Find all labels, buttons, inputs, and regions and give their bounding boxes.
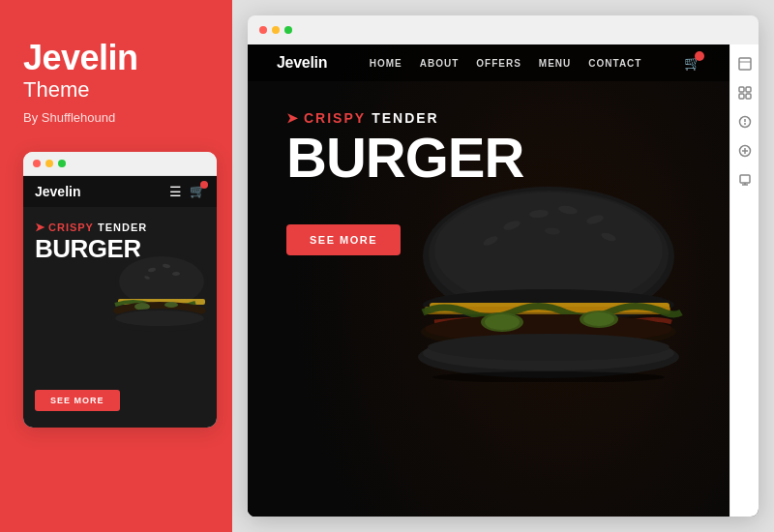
svg-rect-38 <box>746 87 751 92</box>
toolbar-icon-4[interactable] <box>737 143 753 159</box>
hero-arrow-icon: ➤ <box>286 110 298 126</box>
mobile-hero: ➤ CRISPY TENDER BURGER <box>23 207 217 421</box>
svg-point-33 <box>428 334 670 361</box>
nav-link-about[interactable]: ABOUT <box>420 58 460 69</box>
mobile-hero-tag: ➤ CRISPY TENDER <box>35 221 205 234</box>
desktop-content: Jevelin HOME ABOUT OFFERS MENU CONTACT 🛒 <box>248 44 759 517</box>
mobile-content: Jevelin ☰ 🛒 ➤ CRISPY TENDER BURGER <box>23 176 217 428</box>
mobile-top-bar: Jevelin ☰ 🛒 <box>23 176 217 207</box>
window-dot-red <box>33 160 41 167</box>
svg-rect-40 <box>746 94 751 99</box>
nav-link-contact[interactable]: CONTACT <box>588 58 641 69</box>
see-more-button[interactable]: SEE MORE <box>286 224 401 255</box>
mobile-browser-bar <box>23 152 217 176</box>
mobile-nav-icons: ☰ 🛒 <box>169 184 205 199</box>
mobile-preview-card: Jevelin ☰ 🛒 ➤ CRISPY TENDER BURGER <box>23 152 217 428</box>
desktop-cart-badge <box>695 51 704 61</box>
right-panel: Jevelin HOME ABOUT OFFERS MENU CONTACT 🛒 <box>232 0 774 532</box>
toolbar-icon-3[interactable] <box>737 114 753 130</box>
hamburger-icon[interactable]: ☰ <box>169 184 182 199</box>
desktop-nav-logo: Jevelin <box>277 54 327 72</box>
mobile-cart-icon[interactable]: 🛒 <box>190 184 205 198</box>
hero-burger-heading: BURGER <box>286 130 691 186</box>
mobile-crispy-text: CRISPY <box>48 222 94 233</box>
svg-rect-37 <box>739 87 744 92</box>
svg-rect-35 <box>739 58 751 70</box>
desktop-browser-bar <box>248 15 759 44</box>
svg-point-43 <box>744 123 746 125</box>
svg-rect-39 <box>739 94 744 99</box>
mobile-burger-visual <box>35 259 205 346</box>
nav-links: HOME ABOUT OFFERS MENU CONTACT <box>370 58 642 69</box>
hero-crispy-text: CRISPY <box>304 110 366 126</box>
toolbar-icon-1[interactable] <box>737 56 753 72</box>
svg-point-28 <box>485 314 520 330</box>
left-panel: Jevelin Theme By Shufflehound Jevelin ☰ … <box>0 0 232 532</box>
hero-section: ➤ CRISPY TENDER BURGER SEE MORE <box>248 81 729 284</box>
hero-tender-text: TENDER <box>372 110 439 126</box>
svg-rect-47 <box>740 175 750 183</box>
mobile-see-more-button[interactable]: SEE MORE <box>35 390 120 411</box>
nav-right: 🛒 <box>684 55 700 71</box>
brand-name: Jevelin <box>23 39 209 77</box>
nav-link-menu[interactable]: MENU <box>539 58 571 69</box>
nav-link-offers[interactable]: OFFERS <box>476 58 521 69</box>
mobile-tender-text: TENDER <box>98 222 147 233</box>
cart-dot <box>200 181 208 189</box>
toolbar-icon-2[interactable] <box>737 85 753 101</box>
nav-link-home[interactable]: HOME <box>370 58 402 69</box>
desktop-cart-icon[interactable]: 🛒 <box>684 55 700 71</box>
desktop-nav: Jevelin HOME ABOUT OFFERS MENU CONTACT 🛒 <box>248 44 729 81</box>
toolbar-icon-5[interactable] <box>737 172 753 188</box>
desktop-dot-green <box>284 26 292 34</box>
desktop-dot-yellow <box>272 26 280 34</box>
window-dot-green <box>58 160 66 167</box>
desktop-dot-red <box>259 26 267 34</box>
mobile-burger-svg <box>84 245 210 332</box>
window-dot-yellow <box>45 160 53 167</box>
side-toolbar <box>729 44 759 517</box>
brand-by: By Shufflehound <box>23 110 209 125</box>
svg-point-11 <box>115 310 204 326</box>
svg-point-30 <box>583 312 614 326</box>
svg-point-9 <box>164 302 178 308</box>
mobile-logo: Jevelin <box>35 184 80 199</box>
website-preview: Jevelin HOME ABOUT OFFERS MENU CONTACT 🛒 <box>248 44 729 517</box>
brand-subtitle: Theme <box>23 77 209 103</box>
arrow-icon: ➤ <box>35 221 45 234</box>
desktop-browser: Jevelin HOME ABOUT OFFERS MENU CONTACT 🛒 <box>248 15 759 517</box>
hero-tag: ➤ CRISPY TENDER <box>286 110 691 126</box>
